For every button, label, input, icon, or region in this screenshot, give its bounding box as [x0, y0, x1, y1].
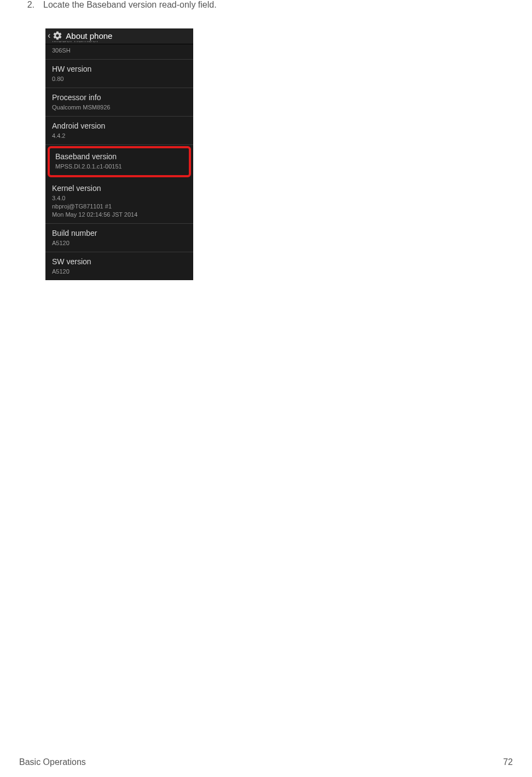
row-label: Android version [52, 121, 187, 131]
row-kernel-version: Kernel version 3.4.0 nbproj@TG871101 #1 … [45, 179, 193, 224]
step-number: 2. [19, 0, 34, 10]
row-model-number: Model number 306SH [45, 41, 193, 60]
row-value: A5120 [52, 239, 187, 247]
phone-header-title: About phone [66, 31, 112, 40]
footer-section: Basic Operations [19, 757, 86, 767]
row-label: SW version [52, 257, 187, 266]
row-label: Build number [52, 228, 187, 238]
step-text: Locate the Baseband version read-only fi… [43, 0, 513, 10]
phone-screenshot: ‹ About phone Model number 306SH HW vers… [45, 28, 513, 280]
row-android-version: Android version 4.4.2 [45, 117, 193, 145]
row-value: 4.4.2 [52, 132, 187, 140]
row-label: Baseband version [55, 152, 183, 161]
row-value: 3.4.0 nbproj@TG871101 #1 Mon May 12 02:1… [52, 194, 187, 219]
row-label: Processor info [52, 92, 187, 102]
row-hw-version: HW version 0.80 [45, 60, 193, 88]
gear-icon [53, 31, 62, 40]
row-value: 306SH [52, 47, 187, 55]
instruction-step: 2. Locate the Baseband version read-only… [19, 0, 513, 10]
row-value: 0.80 [52, 75, 187, 83]
row-processor-info: Processor info Qualcomm MSM8926 [45, 88, 193, 117]
footer-page-number: 72 [503, 757, 513, 767]
back-icon: ‹ [48, 31, 50, 40]
row-sw-version: SW version A5120 [45, 252, 193, 280]
row-label: Kernel version [52, 183, 187, 193]
row-label: Model number [52, 41, 187, 45]
page-footer: Basic Operations 72 [19, 757, 513, 767]
row-label: HW version [52, 64, 187, 74]
phone-screen: ‹ About phone Model number 306SH HW vers… [45, 28, 193, 280]
row-value: MPSS.DI.2.0.1.c1-00151 [55, 163, 183, 171]
row-build-number: Build number A5120 [45, 224, 193, 252]
row-value: A5120 [52, 268, 187, 276]
row-value: Qualcomm MSM8926 [52, 103, 187, 112]
row-baseband-version-highlighted: Baseband version MPSS.DI.2.0.1.c1-00151 [48, 146, 191, 177]
